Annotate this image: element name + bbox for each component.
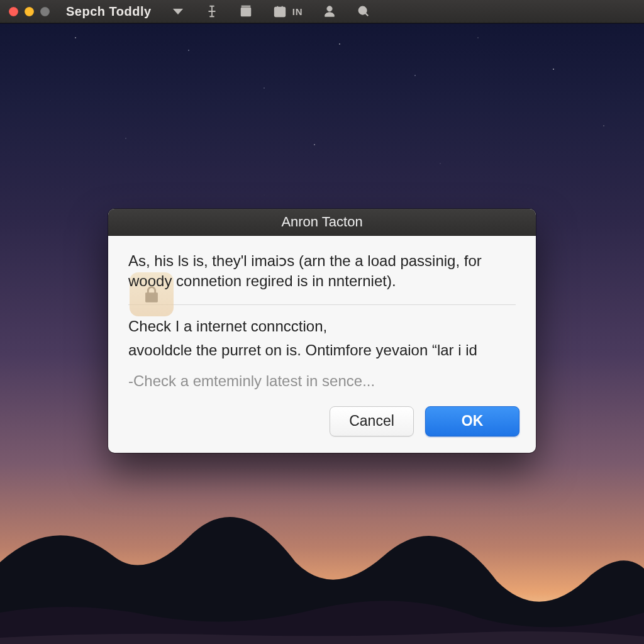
dialog-primary: As, his ls is, they'l imaiɔs (arn the a … xyxy=(128,251,516,305)
dialog-secondary-line: avooldcle the purret on is. Ontimfore ye… xyxy=(128,340,516,360)
dialog-secondary: Check I a internet connсction, avooldcle… xyxy=(128,316,516,361)
dialog-body: As, his ls is, they'l imaiɔs (arn the a … xyxy=(108,236,536,400)
dialog-tail-text: -Check a emteminly latest in sence... xyxy=(128,371,516,391)
menubar: Sepch Toddly IN xyxy=(0,0,644,23)
zoom-window-button[interactable] xyxy=(40,7,50,16)
svg-rect-1 xyxy=(274,8,285,17)
alert-dialog: Anron Tacton As, his ls is, they'l imaiɔ… xyxy=(108,209,536,453)
dialog-buttons: Cancel OK xyxy=(108,400,536,453)
minimize-window-button[interactable] xyxy=(25,7,34,16)
calendar-icon[interactable] xyxy=(272,4,287,19)
ok-button[interactable]: OK xyxy=(425,406,519,436)
user-icon[interactable] xyxy=(322,4,337,19)
dialog-secondary-line: Check I a internet connсction, xyxy=(128,316,516,336)
wallpaper-mountains xyxy=(0,468,644,644)
cancel-button[interactable]: Cancel xyxy=(330,406,414,436)
dialog-primary-text: As, his ls is, they'l imaiɔs (arn the a … xyxy=(128,251,516,292)
dialog-titlebar[interactable]: Anron Tacton xyxy=(108,209,536,236)
search-icon[interactable] xyxy=(356,4,371,19)
calendar-badge: IN xyxy=(292,6,303,17)
text-cursor-icon[interactable] xyxy=(204,4,219,19)
dialog-title: Anron Tacton xyxy=(281,214,362,230)
align-box-icon[interactable] xyxy=(238,4,253,19)
close-window-button[interactable] xyxy=(9,7,18,16)
menubar-icons: IN xyxy=(170,4,371,19)
window-controls xyxy=(9,7,50,16)
chevron-down-icon[interactable] xyxy=(170,4,186,19)
app-name: Sepch Toddly xyxy=(66,4,152,19)
